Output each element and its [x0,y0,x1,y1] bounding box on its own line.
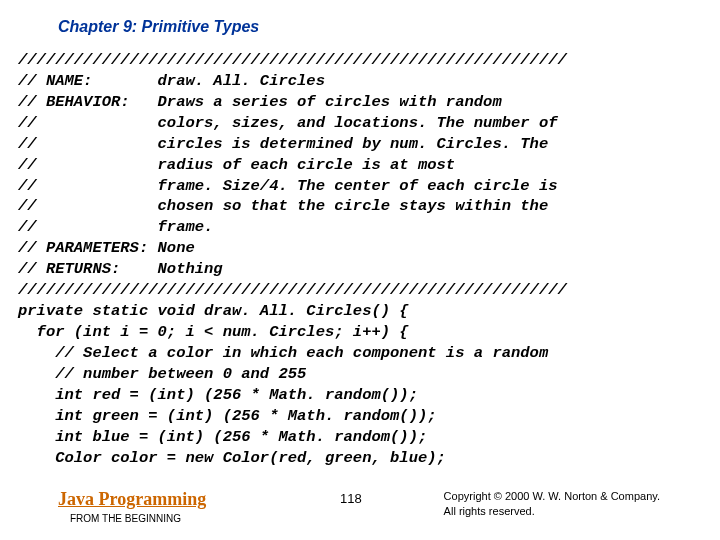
footer: Java Programming FROM THE BEGINNING 118 … [0,488,720,528]
code-line: for (int i = 0; i < num. Circles; i++) { [18,323,409,341]
code-line: // PARAMETERS: None [18,239,195,257]
code-line: // circles is determined by num. Circles… [18,135,548,153]
code-line: // number between 0 and 255 [18,365,306,383]
copyright: Copyright © 2000 W. W. Norton & Company.… [444,489,660,518]
code-line: // chosen so that the circle stays withi… [18,197,548,215]
copyright-line: Copyright © 2000 W. W. Norton & Company. [444,490,660,502]
code-line: // radius of each circle is at most [18,156,455,174]
code-line: // colors, sizes, and locations. The num… [18,114,558,132]
chapter-title: Chapter 9: Primitive Types [0,0,720,36]
book-subtitle: FROM THE BEGINNING [70,513,181,524]
code-line: ////////////////////////////////////////… [18,51,567,69]
page-number: 118 [340,491,362,506]
code-line: // Select a color in which each componen… [18,344,548,362]
code-line: int blue = (int) (256 * Math. random()); [18,428,427,446]
code-line: Color color = new Color(red, green, blue… [18,449,446,467]
code-line: // frame. Size/4. The center of each cir… [18,177,558,195]
code-line: int green = (int) (256 * Math. random())… [18,407,437,425]
code-line: // NAME: draw. All. Circles [18,72,325,90]
code-line: // BEHAVIOR: Draws a series of circles w… [18,93,502,111]
code-line: private static void draw. All. Circles()… [18,302,409,320]
code-line: // RETURNS: Nothing [18,260,223,278]
copyright-line: All rights reserved. [444,505,535,517]
code-line: int red = (int) (256 * Math. random()); [18,386,418,404]
code-block: ////////////////////////////////////////… [0,36,720,468]
code-line: ////////////////////////////////////////… [18,281,567,299]
book-title: Java Programming [58,489,206,510]
code-line: // frame. [18,218,213,236]
